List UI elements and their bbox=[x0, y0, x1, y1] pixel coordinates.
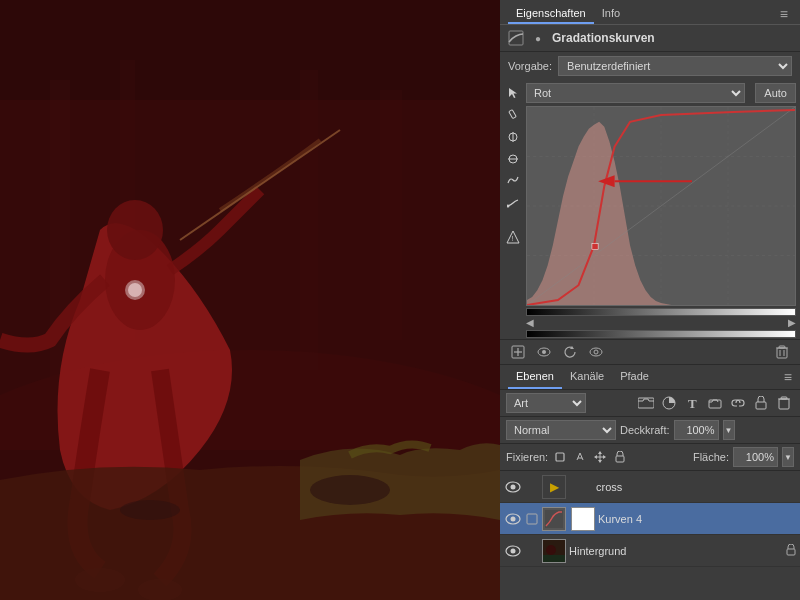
output-gradient-bar bbox=[526, 330, 796, 338]
sample-tool-2[interactable] bbox=[504, 150, 522, 168]
pointer-tool[interactable] bbox=[504, 84, 522, 102]
preset-select[interactable]: Benutzerdefiniert bbox=[558, 56, 792, 76]
pencil-tool[interactable] bbox=[504, 106, 522, 124]
create-group-icon[interactable] bbox=[636, 394, 656, 412]
svg-point-73 bbox=[511, 548, 516, 553]
kurven4-mask-thumb bbox=[571, 507, 595, 531]
panel-collapse-button[interactable]: ≡ bbox=[776, 4, 792, 24]
delete-icon[interactable] bbox=[772, 343, 792, 361]
group-icon[interactable] bbox=[705, 394, 725, 412]
layer-hintergrund[interactable]: Hintergrund bbox=[500, 535, 800, 567]
tab-kanaele[interactable]: Kanäle bbox=[562, 365, 612, 389]
layer-visibility-kurven4[interactable] bbox=[504, 510, 522, 528]
layers-panel: Ebenen Kanäle Pfade ≡ Art T bbox=[500, 365, 800, 600]
adjustment-layer-icon[interactable] bbox=[659, 394, 679, 412]
slider-track[interactable] bbox=[537, 320, 785, 326]
draw-tool[interactable] bbox=[504, 194, 522, 212]
visibility-icon[interactable]: ● bbox=[530, 30, 546, 46]
flaeche-dropdown[interactable]: ▼ bbox=[782, 447, 794, 467]
group-folder-thumb: ▶ bbox=[542, 475, 566, 499]
layer-list: ▶ cross Kurven 4 bbox=[500, 471, 800, 600]
svg-marker-62 bbox=[598, 460, 602, 463]
group-name: cross bbox=[596, 481, 796, 493]
flaeche-label: Fläche: bbox=[693, 451, 729, 463]
preset-row: Vorgabe: Benutzerdefiniert bbox=[500, 52, 800, 80]
curves-graph[interactable] bbox=[526, 106, 796, 306]
blend-mode-select[interactable]: Normal bbox=[506, 420, 616, 440]
link-icon[interactable] bbox=[728, 394, 748, 412]
warning-icon: ! bbox=[504, 228, 522, 246]
fix-move-icon[interactable] bbox=[592, 449, 608, 465]
fix-row: Fixieren: Fläche: ▼ bbox=[500, 444, 800, 471]
trash-icon[interactable] bbox=[774, 394, 794, 412]
show-icon[interactable] bbox=[586, 343, 606, 361]
svg-rect-57 bbox=[556, 453, 564, 461]
svg-rect-52 bbox=[709, 400, 721, 408]
hintergrund-name: Hintergrund bbox=[569, 545, 783, 557]
main-canvas bbox=[0, 0, 500, 600]
layer-visibility-cross[interactable] bbox=[504, 478, 522, 496]
gradation-title: Gradationskurven bbox=[552, 31, 655, 45]
fix-position-icon[interactable] bbox=[552, 449, 568, 465]
reset-icon[interactable] bbox=[560, 343, 580, 361]
svg-rect-65 bbox=[616, 456, 624, 462]
svg-point-16 bbox=[120, 500, 180, 520]
svg-rect-14 bbox=[0, 0, 500, 600]
svg-rect-75 bbox=[543, 555, 566, 563]
flaeche-input[interactable] bbox=[733, 447, 778, 467]
svg-marker-61 bbox=[598, 451, 602, 454]
slider-right[interactable]: ▶ bbox=[788, 317, 796, 328]
svg-text:T: T bbox=[688, 396, 697, 410]
layer-visibility-hintergrund[interactable] bbox=[504, 542, 522, 560]
svg-rect-56 bbox=[781, 397, 787, 399]
opacity-input[interactable] bbox=[674, 420, 719, 440]
fix-paint-icon[interactable] bbox=[572, 449, 588, 465]
fix-lock-icon[interactable] bbox=[612, 449, 628, 465]
tab-eigenschaften[interactable]: Eigenschaften bbox=[508, 4, 594, 24]
svg-rect-46 bbox=[779, 346, 785, 348]
svg-point-15 bbox=[310, 475, 390, 505]
adjustment-icon bbox=[508, 30, 524, 46]
channel-row: Rot Auto bbox=[526, 80, 800, 106]
svg-marker-64 bbox=[603, 455, 606, 459]
curves-left-tools: ! bbox=[500, 80, 526, 339]
smooth-tool[interactable] bbox=[504, 172, 522, 190]
group-blank bbox=[569, 475, 593, 499]
art-select[interactable]: Art bbox=[506, 393, 586, 413]
layer-chain-kurven4[interactable] bbox=[525, 513, 539, 525]
layer-group-cross[interactable]: ▶ cross bbox=[500, 471, 800, 503]
opacity-label: Deckkraft: bbox=[620, 424, 670, 436]
layers-toolbar: Art T bbox=[500, 390, 800, 417]
preset-label: Vorgabe: bbox=[508, 60, 552, 72]
svg-marker-63 bbox=[594, 455, 597, 459]
gradation-header: ● Gradationskurven bbox=[500, 25, 800, 52]
svg-rect-70 bbox=[527, 514, 537, 524]
input-gradient-bar bbox=[526, 308, 796, 316]
sample-tool[interactable] bbox=[504, 128, 522, 146]
svg-point-76 bbox=[546, 545, 556, 555]
channel-select[interactable]: Rot bbox=[526, 83, 745, 103]
svg-text:!: ! bbox=[512, 235, 514, 242]
opacity-dropdown[interactable]: ▼ bbox=[723, 420, 735, 440]
layers-collapse-button[interactable]: ≡ bbox=[784, 369, 792, 385]
auto-button[interactable]: Auto bbox=[755, 83, 796, 103]
tab-pfade[interactable]: Pfade bbox=[612, 365, 657, 389]
svg-rect-33 bbox=[592, 244, 598, 250]
slider-left[interactable]: ◀ bbox=[526, 317, 534, 328]
kurven4-thumb bbox=[542, 507, 566, 531]
curves-right: Rot Auto bbox=[526, 80, 800, 339]
svg-rect-17 bbox=[509, 31, 523, 45]
svg-rect-18 bbox=[509, 110, 516, 119]
tab-info[interactable]: Info bbox=[594, 4, 628, 24]
eye-icon[interactable] bbox=[534, 343, 554, 361]
tab-ebenen[interactable]: Ebenen bbox=[508, 365, 562, 389]
panel-tabs: Eigenschaften Info ≡ bbox=[500, 0, 800, 25]
hintergrund-lock bbox=[786, 544, 796, 558]
layer-kurven4[interactable]: Kurven 4 bbox=[500, 503, 800, 535]
curves-bottom-row bbox=[500, 339, 800, 364]
svg-point-42 bbox=[590, 348, 602, 356]
lock-icon[interactable] bbox=[751, 394, 771, 412]
layers-tabs: Ebenen Kanäle Pfade ≡ bbox=[500, 365, 800, 390]
type-tool-icon[interactable]: T bbox=[682, 394, 702, 412]
new-layer-icon[interactable] bbox=[508, 343, 528, 361]
